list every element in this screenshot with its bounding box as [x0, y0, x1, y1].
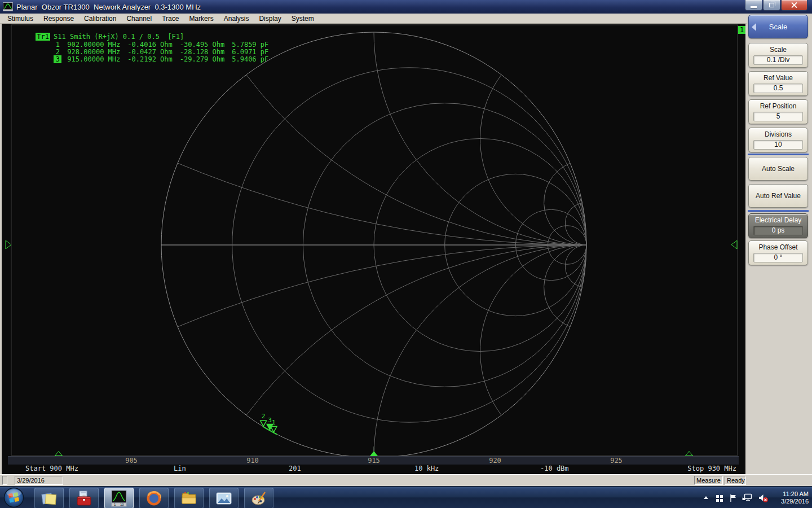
reactance-arc: [544, 163, 586, 245]
menu-markers[interactable]: Markers: [184, 14, 218, 23]
taskbar-firefox[interactable]: [139, 488, 169, 508]
phase-offset-value: 0 °: [753, 253, 803, 262]
app-icon: [3, 2, 13, 11]
ruler-marker-915[interactable]: [370, 451, 378, 456]
ruler-marker-928[interactable]: [686, 452, 693, 456]
reactance-arc: [544, 245, 586, 327]
ref-value-button[interactable]: Ref Value 0.5: [748, 71, 808, 96]
smith-chart: 123: [0, 24, 745, 474]
taskbar-network-analyzer[interactable]: 1 10: [104, 488, 134, 508]
window-frame: [0, 24, 2, 474]
minimize-icon: [751, 6, 757, 8]
clock-time: 11:20 AM: [774, 491, 809, 498]
channel-badge: 1: [738, 26, 745, 34]
menu-trace[interactable]: Trace: [157, 14, 184, 23]
freq-tick-label: 905: [120, 457, 143, 465]
reactance-arc: [480, 245, 586, 415]
auto-scale-button[interactable]: Auto Scale: [748, 157, 808, 181]
volume-muted-icon[interactable]: [758, 493, 769, 503]
taskbar-file-explorer[interactable]: [174, 488, 204, 508]
marker-row-3: 3915.00000 MHz-0.2192 Ohm-29.279 Ohm5.94…: [29, 47, 276, 71]
group-separator: [748, 210, 809, 212]
sweep-type-label: Lin: [174, 465, 186, 472]
close-button[interactable]: [781, 0, 807, 11]
marker-resistance: -0.2192 Ohm: [127, 55, 172, 63]
restore-button[interactable]: [763, 0, 780, 11]
start-button[interactable]: [3, 487, 24, 508]
action-center-flag-icon[interactable]: [729, 493, 737, 502]
electrical-delay-value: 0 ps: [753, 226, 803, 235]
marker-capacitance: 5.9406 pF: [232, 55, 268, 63]
freq-tick-label: 915: [363, 457, 385, 465]
ref-position-button[interactable]: Ref Position 5: [748, 99, 808, 124]
power-label: -10 dBm: [540, 465, 569, 472]
status-bar: 3/29/2016 11:20 Measure Ready: [0, 474, 812, 487]
phase-offset-button[interactable]: Phase Offset 0 °: [748, 240, 808, 265]
marker-reactance: -29.279 Ohm: [180, 55, 224, 63]
taskbar-paint[interactable]: [244, 488, 273, 508]
scale-value: 0.1 /Div: [753, 55, 803, 65]
electrical-delay-button[interactable]: Electrical Delay 0 ps: [748, 213, 808, 238]
plot-area: 123 Tr1S11 Smith (R+jX) 0.1 / 0.5 [F1] 1…: [0, 24, 745, 474]
tray-clock[interactable]: 11:20 AM 3/29/2016: [774, 491, 809, 505]
datetime-field: 3/29/2016 11:20: [15, 476, 63, 485]
divisions-value: 10: [753, 140, 803, 150]
show-hidden-icons-button[interactable]: [702, 494, 710, 502]
frequency-ruler: 905910915920925: [8, 456, 739, 465]
taskbar: 1 10: [0, 486, 812, 508]
network-status-icon[interactable]: [742, 493, 753, 502]
taskbar-toolbox[interactable]: [69, 488, 99, 508]
auto-ref-value-button[interactable]: Auto Ref Value: [748, 184, 808, 208]
svg-text:10: 10: [120, 503, 124, 506]
menu-stimulus[interactable]: Stimulus: [2, 14, 38, 23]
ref-position-indicator-left[interactable]: [6, 240, 11, 249]
group-separator: [748, 154, 809, 155]
ready-indicator: Ready: [725, 476, 746, 485]
ruler-marker-902[interactable]: [55, 452, 63, 456]
menu-system[interactable]: System: [286, 14, 319, 23]
plot-border: [11, 25, 738, 456]
softkey-panel: Scale Scale 0.1 /Div Ref Value 0.5 Ref P…: [747, 14, 810, 474]
points-label: 201: [289, 465, 301, 472]
toolbox-icon: [76, 490, 92, 507]
image-viewer-icon: [215, 490, 232, 507]
ref-position-indicator-right[interactable]: [731, 240, 737, 249]
reactance-arc: [480, 75, 586, 245]
sweep-start-label: Start 900 MHz: [25, 465, 78, 472]
folder-icon: [180, 490, 197, 507]
chart-marker-label: 3: [268, 417, 272, 424]
menu-response[interactable]: Response: [38, 14, 79, 23]
paint-icon: [250, 490, 267, 507]
restore-icon: [769, 3, 774, 7]
marker-frequency: 915.00000 MHz: [67, 55, 120, 63]
network-analyzer-icon: 1 10: [111, 490, 127, 507]
divisions-button[interactable]: Divisions 10: [748, 128, 808, 152]
freq-tick-label: 920: [484, 457, 506, 465]
menu-analysis[interactable]: Analysis: [219, 14, 254, 23]
window-title: Planar Obzor TR1300 Network Analyzer 0.3…: [16, 3, 201, 11]
statusbar-grip: [2, 476, 7, 485]
if-bandwidth-label: 10 kHz: [414, 465, 439, 472]
chart-marker-label: 2: [262, 413, 266, 420]
freq-tick-label: 910: [241, 457, 264, 465]
window-controls: [745, 0, 807, 11]
title-bar[interactable]: Planar Obzor TR1300 Network Analyzer 0.3…: [0, 0, 812, 14]
clock-date: 3/29/2016: [774, 498, 809, 505]
taskbar-image-viewer[interactable]: [209, 488, 239, 508]
sticky-notes-icon: [41, 490, 58, 507]
system-tray: 11:20 AM 3/29/2016: [702, 487, 809, 508]
menu-display[interactable]: Display: [254, 14, 286, 23]
softkey-header-scale[interactable]: Scale: [748, 15, 808, 38]
marker-number-active: 3: [54, 55, 61, 63]
scale-button[interactable]: Scale 0.1 /Div: [748, 43, 808, 68]
minimize-button[interactable]: [745, 0, 762, 11]
sweep-stop-label: Stop 930 MHz: [687, 465, 736, 472]
taskbar-sticky-notes[interactable]: [34, 488, 64, 508]
application-window: Planar Obzor TR1300 Network Analyzer 0.3…: [0, 0, 812, 508]
tray-app-icon[interactable]: [715, 493, 724, 502]
menu-channel[interactable]: Channel: [121, 14, 157, 23]
menu-calibration[interactable]: Calibration: [79, 14, 121, 23]
firefox-icon: [145, 490, 162, 507]
back-chevron-icon: [752, 23, 756, 31]
ref-position-value: 5: [753, 112, 803, 121]
